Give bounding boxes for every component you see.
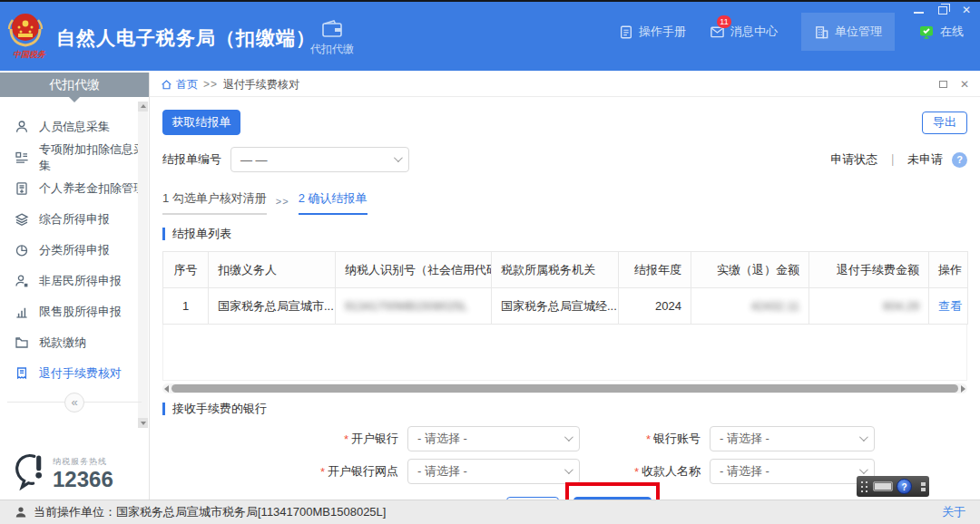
keyboard-icon[interactable]: [873, 481, 893, 491]
sidebar-item-label: 人员信息采集: [39, 119, 110, 135]
statement-table: 序号 扣缴义务人 纳税人识别号（社会信用代码） 税款所属税务机关 结报年度 实缴…: [162, 251, 968, 325]
tab-withholding[interactable]: 代扣代缴: [299, 13, 365, 63]
tab-step2-confirm-statement[interactable]: 2 确认结报单: [299, 190, 368, 215]
cell-tax-authority: 国家税务总局宣城经...: [492, 288, 619, 325]
nav-online-label: 在线: [940, 24, 964, 40]
col-fee-amount: 退付手续费金额: [809, 252, 929, 288]
window-restore-icon[interactable]: [938, 6, 947, 15]
module-tab-label: 代扣代缴: [310, 42, 354, 57]
bank-account-label: 银行账号: [653, 431, 701, 447]
ime-drag-handle[interactable]: [860, 480, 869, 493]
hotline-headset-icon: [13, 452, 47, 490]
bank-branch-label: 开户银行网点: [328, 463, 398, 480]
ime-help-icon[interactable]: ?: [897, 479, 912, 494]
status-divider: ｜: [887, 151, 898, 168]
about-link[interactable]: 关于: [942, 504, 965, 520]
app-header: ✕ 中国税务 自然人电子税务局（扣缴端） 代扣代缴: [0, 0, 980, 71]
table-empty-area: [162, 325, 967, 381]
window-minimize-icon[interactable]: [914, 12, 924, 14]
ime-toolbar[interactable]: ?: [857, 476, 929, 497]
sidebar-item-pension-deduction[interactable]: 个人养老金扣除管理: [0, 173, 149, 204]
pane-maximize-icon[interactable]: [939, 81, 947, 88]
account-bank-select[interactable]: - 请选择 -: [407, 426, 580, 451]
chevron-down-icon: [859, 432, 868, 442]
col-statement-year: 结报年度: [619, 252, 691, 288]
pane-close-icon[interactable]: ✕: [960, 78, 969, 91]
statement-no-value: — —: [240, 153, 268, 167]
tab-step1-select-checklist[interactable]: 1 勾选单户核对清册: [162, 190, 267, 215]
sidebar-item-label: 非居民所得申报: [39, 273, 122, 289]
scrollbar-thumb[interactable]: [172, 384, 958, 393]
sidebar-item-label: 分类所得申报: [39, 242, 110, 258]
statement-no-select[interactable]: — —: [230, 147, 409, 172]
app-title: 自然人电子税务局（扣缴端）: [56, 25, 316, 51]
table-row: 1 国家税务总局宣城市... 91341700MB1508025L 国家税务总局…: [163, 288, 968, 325]
wallet-icon: [15, 335, 29, 350]
bank-account-value: - 请选择 -: [720, 431, 769, 447]
scroll-left-icon[interactable]: [164, 385, 169, 393]
hotline-number: 12366: [53, 468, 113, 490]
apply-status-value: 未申请: [907, 151, 943, 168]
tax-emblem-logo: 中国税务: [5, 9, 53, 67]
cell-statement-year: 2024: [619, 288, 691, 325]
chevron-down-icon: [859, 465, 868, 474]
export-button[interactable]: 导出: [922, 112, 967, 134]
horizontal-scrollbar[interactable]: [162, 383, 967, 393]
sidebar-item-nonresident-income[interactable]: 非居民所得申报: [0, 266, 149, 296]
nav-message-center[interactable]: 11 消息中心: [710, 24, 778, 40]
sidebar-header: 代扣代缴: [0, 73, 149, 97]
payee-name-select[interactable]: - 请选择 -: [710, 459, 875, 484]
bank-branch-value: - 请选择 -: [417, 463, 467, 480]
scroll-right-icon[interactable]: [961, 385, 965, 393]
app-window: ✕ 中国税务 自然人电子税务局（扣缴端） 代扣代缴: [0, 0, 980, 524]
sidebar-item-restricted-shares[interactable]: 限售股所得申报: [0, 296, 149, 327]
required-mark: *: [634, 465, 639, 479]
breadcrumb-home[interactable]: 首页: [161, 77, 198, 92]
message-count-badge: 11: [717, 15, 731, 28]
breadcrumb-current: 退付手续费核对: [223, 77, 299, 92]
layers-icon: [15, 212, 29, 227]
nav-unit-label: 单位管理: [835, 24, 882, 40]
sidebar-scrollbar[interactable]: [138, 102, 148, 428]
hotline-block: 纳税服务热线 12366: [13, 452, 113, 490]
bank-branch-select[interactable]: - 请选择 -: [407, 459, 580, 484]
ime-mini-buttons[interactable]: [921, 482, 926, 491]
view-link[interactable]: 查看: [938, 299, 962, 313]
user-icon: [15, 506, 27, 519]
steps-separator: >>: [276, 196, 289, 215]
sidebar-item-label: 综合所得申报: [39, 211, 110, 228]
col-taxpayer-id: 纳税人识别号（社会信用代码）: [336, 252, 492, 288]
nav-manual[interactable]: 操作手册: [619, 24, 686, 40]
scroll-down-icon[interactable]: [138, 418, 148, 428]
required-mark: *: [320, 465, 325, 479]
national-emblem-icon: [5, 9, 45, 49]
col-seq: 序号: [163, 252, 209, 288]
fetch-statement-button[interactable]: 获取结报单: [162, 110, 240, 135]
col-tax-authority: 税款所属税务机关: [492, 252, 619, 288]
sidebar-item-special-deduction[interactable]: 专项附加扣除信息采集: [0, 142, 149, 173]
scroll-up-icon[interactable]: [138, 102, 148, 112]
sidebar-item-classified-income[interactable]: 分类所得申报: [0, 235, 149, 266]
org-building-icon: [814, 24, 829, 40]
window-close-icon[interactable]: ✕: [962, 5, 971, 15]
payee-name-label: 收款人名称: [642, 463, 701, 480]
sidebar-item-refund-fee-check[interactable]: 退付手续费核对: [0, 358, 149, 389]
sidebar-item-personnel-info[interactable]: 人员信息采集: [0, 112, 149, 142]
cell-withholding-agent: 国家税务总局宣城市...: [209, 288, 336, 325]
payee-name-value: - 请选择 -: [720, 463, 769, 480]
nav-online-status[interactable]: 在线: [918, 24, 964, 40]
chevron-down-icon: [564, 465, 573, 474]
hotline-label: 纳税服务热线: [53, 456, 113, 468]
help-icon[interactable]: ?: [952, 152, 967, 168]
sidebar-item-comprehensive-income[interactable]: 综合所得申报: [0, 204, 149, 235]
logo-caption: 中国税务: [5, 49, 53, 61]
sidebar-item-tax-payment[interactable]: 税款缴纳: [0, 327, 149, 358]
sidebar-item-label: 税款缴纳: [39, 335, 86, 351]
nav-unit-management[interactable]: 单位管理: [801, 13, 895, 51]
bank-account-select[interactable]: - 请选择 -: [710, 426, 875, 451]
col-paid-amount: 实缴（退）金额: [691, 252, 809, 288]
sidebar-collapse-button[interactable]: «: [64, 393, 84, 412]
bank-section-title: 接收手续费的银行: [162, 401, 967, 417]
bar-chart-icon: [15, 305, 29, 319]
step-tabs: 1 勾选单户核对清册 >> 2 确认结报单: [162, 190, 967, 215]
